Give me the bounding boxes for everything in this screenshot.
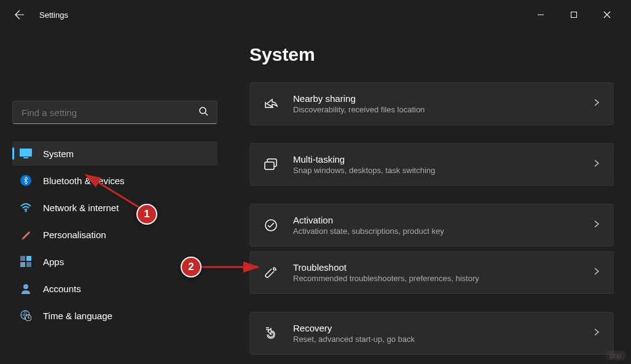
svg-rect-11 (26, 262, 31, 267)
card-title: Nearby sharing (293, 93, 592, 104)
card-desc: Snap windows, desktops, task switching (293, 166, 592, 175)
share-icon (262, 95, 280, 112)
apps-icon (20, 255, 32, 268)
close-icon (603, 11, 611, 18)
sidebar-item-label: Bluetooth & devices (43, 176, 125, 186)
card-desc: Discoverability, received files location (293, 105, 592, 114)
chevron-right-icon (592, 220, 601, 231)
search-icon (198, 106, 208, 118)
chevron-right-icon (592, 159, 601, 170)
svg-rect-16 (265, 162, 274, 169)
minimize-button[interactable] (527, 5, 555, 25)
sidebar-item-personalisation[interactable]: Personalisation (12, 222, 218, 247)
wrench-icon (262, 264, 280, 281)
card-nearby-sharing[interactable]: Nearby sharing Discoverability, received… (249, 82, 614, 125)
back-arrow-icon (15, 10, 25, 20)
annotation-marker-1: 1 (136, 204, 157, 225)
sidebar-item-label: Apps (43, 257, 64, 267)
sidebar-item-time-language[interactable]: Time & language (12, 303, 218, 328)
card-activation[interactable]: Activation Activation state, subscriptio… (249, 204, 614, 247)
card-multitasking[interactable]: Multi-tasking Snap windows, desktops, ta… (249, 143, 614, 186)
svg-point-2 (200, 107, 206, 114)
card-title: Activation (293, 215, 592, 225)
app-title: Settings (39, 10, 68, 20)
page-title: System (249, 44, 614, 65)
card-recovery[interactable]: Recovery Reset, advanced start-up, go ba… (249, 312, 614, 355)
recovery-icon (262, 325, 280, 342)
sidebar-item-label: Network & internet (43, 203, 119, 213)
sidebar-item-label: Personalisation (43, 230, 106, 240)
card-title: Multi-tasking (293, 154, 592, 165)
svg-rect-5 (23, 157, 28, 158)
bluetooth-icon (20, 174, 32, 187)
display-icon (20, 147, 32, 160)
svg-rect-1 (571, 12, 577, 18)
svg-rect-8 (20, 256, 25, 261)
card-desc: Activation state, subscriptions, product… (293, 227, 592, 236)
chevron-right-icon (592, 267, 601, 278)
sidebar-item-label: Accounts (43, 284, 81, 294)
card-title: Troubleshoot (293, 262, 592, 273)
watermark: php (605, 350, 626, 360)
globe-clock-icon (20, 309, 32, 322)
sidebar-item-network[interactable]: Network & internet (12, 195, 218, 220)
close-button[interactable] (593, 5, 621, 25)
minimize-icon (537, 11, 544, 18)
sidebar-item-label: System (43, 149, 74, 159)
windows-stack-icon (262, 156, 280, 173)
annotation-marker-2: 2 (181, 257, 202, 277)
person-icon (20, 282, 32, 295)
card-title: Recovery (293, 323, 592, 333)
svg-rect-10 (20, 262, 25, 267)
svg-point-12 (23, 284, 28, 289)
card-troubleshoot[interactable]: Troubleshoot Recommended troubleshooters… (249, 251, 614, 294)
sidebar-item-accounts[interactable]: Accounts (12, 276, 218, 301)
check-circle-icon (262, 217, 280, 234)
brush-icon (20, 228, 32, 241)
maximize-icon (570, 11, 578, 18)
chevron-right-icon (592, 98, 601, 109)
search-input[interactable] (22, 107, 198, 118)
card-desc: Reset, advanced start-up, go back (293, 335, 592, 344)
svg-point-7 (25, 211, 27, 212)
chevron-right-icon (592, 328, 601, 339)
maximize-button[interactable] (560, 5, 588, 25)
sidebar-item-system[interactable]: System (12, 141, 218, 166)
back-button[interactable] (10, 5, 29, 25)
sidebar-item-label: Time & language (43, 311, 112, 321)
card-desc: Recommended troubleshooters, preferences… (293, 274, 592, 283)
svg-line-3 (205, 113, 208, 115)
search-box[interactable] (12, 101, 218, 124)
svg-rect-4 (20, 149, 32, 157)
svg-rect-9 (26, 256, 31, 261)
sidebar-item-bluetooth[interactable]: Bluetooth & devices (12, 168, 218, 193)
wifi-icon (20, 201, 32, 214)
